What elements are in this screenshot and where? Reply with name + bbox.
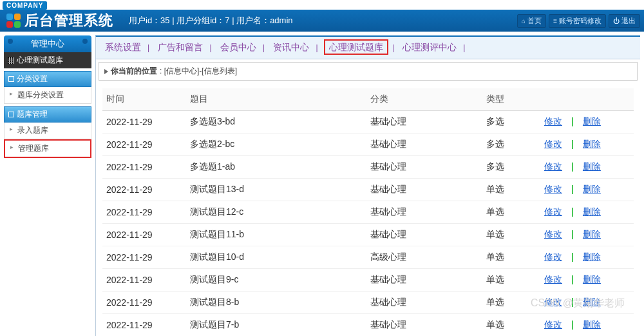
table-row: 2022-11-29多选题2-bc基础心理多选修改|删除: [102, 133, 634, 156]
edit-link[interactable]: 修改: [544, 319, 562, 330]
cell-time: 2022-11-29: [102, 156, 186, 179]
tab-system[interactable]: 系统设置: [102, 42, 144, 52]
cell-title: 测试题目9-c: [186, 269, 366, 292]
table-row: 2022-11-29多选题3-bd基础心理多选修改|删除: [102, 111, 634, 133]
cell-title: 测试题目11-b: [186, 224, 366, 246]
logo-icon: [6, 14, 21, 28]
cell-ops: 修改|删除: [540, 179, 634, 201]
cell-ops: 修改|删除: [540, 314, 634, 337]
edit-link[interactable]: 修改: [544, 297, 562, 307]
edit-link[interactable]: 修改: [544, 274, 562, 284]
square-icon: [8, 76, 14, 82]
key-icon: ≡: [553, 17, 557, 25]
sidebar: 管理中心 心理测试题库 分类设置 题库分类设置 题库管理 录入题库 管理题库: [0, 32, 95, 336]
edit-link[interactable]: 修改: [544, 206, 562, 217]
cell-time: 2022-11-29: [102, 292, 186, 314]
cell-category: 基础心理: [366, 292, 482, 314]
cell-category: 基础心理: [366, 269, 482, 292]
cell-type: 多选: [482, 156, 540, 179]
tab-test-bank[interactable]: 心理测试题库: [324, 39, 388, 55]
cell-time: 2022-11-29: [102, 201, 186, 224]
delete-link[interactable]: 删除: [583, 319, 601, 330]
cell-category: 基础心理: [366, 156, 482, 179]
delete-link[interactable]: 删除: [583, 229, 601, 239]
edit-link[interactable]: 修改: [544, 184, 562, 194]
password-label: 账号密码修改: [559, 16, 601, 26]
cell-time: 2022-11-29: [102, 111, 186, 133]
delete-link[interactable]: 删除: [583, 139, 601, 149]
cell-title: 多选题2-bc: [186, 133, 366, 156]
sidebar-sub-label: 心理测试题库: [17, 55, 63, 66]
password-button[interactable]: ≡账号密码修改: [549, 14, 606, 28]
tab-news[interactable]: 资讯中心: [270, 42, 312, 52]
user-info: 用户id：35 | 用户分组id：7 | 用户名：admin: [129, 15, 517, 26]
cell-title: 多选题3-bd: [186, 111, 366, 133]
delete-link[interactable]: 删除: [583, 297, 601, 307]
cell-ops: 修改|删除: [540, 224, 634, 246]
section-label: 分类设置: [17, 74, 48, 84]
sidebar-subheader: 心理测试题库: [4, 52, 91, 68]
cell-ops: 修改|删除: [540, 111, 634, 133]
cell-ops: 修改|删除: [540, 246, 634, 269]
table-row: 2022-11-29测试题目9-c基础心理单选修改|删除: [102, 269, 634, 292]
edit-link[interactable]: 修改: [544, 139, 562, 149]
table-row: 2022-11-29测试题目12-c基础心理单选修改|删除: [102, 201, 634, 224]
delete-link[interactable]: 删除: [583, 116, 601, 126]
cell-time: 2022-11-29: [102, 179, 186, 201]
square-icon: [8, 112, 14, 117]
cell-time: 2022-11-29: [102, 133, 186, 156]
cell-type: 单选: [482, 314, 540, 337]
delete-link[interactable]: 删除: [583, 161, 601, 172]
cell-category: 基础心理: [366, 111, 482, 133]
edit-link[interactable]: 修改: [544, 252, 562, 262]
home-button[interactable]: ⌂首页: [517, 14, 546, 28]
pipe-icon: |: [571, 319, 574, 330]
sidebar-item-input-bank[interactable]: 录入题库: [4, 123, 91, 139]
logout-button[interactable]: ⏻退出: [609, 14, 640, 28]
sidebar-item-category-setting[interactable]: 题库分类设置: [4, 87, 91, 104]
cell-type: 单选: [482, 269, 540, 292]
delete-link[interactable]: 删除: [583, 184, 601, 194]
cell-type: 单选: [482, 292, 540, 314]
cell-category: 基础心理: [366, 224, 482, 246]
sidebar-item-manage-bank[interactable]: 管理题库: [4, 139, 91, 158]
edit-link[interactable]: 修改: [544, 161, 562, 172]
pipe-icon: |: [571, 116, 574, 126]
tab-ads[interactable]: 广告和留言: [155, 42, 205, 52]
col-title: 题目: [186, 88, 366, 111]
sidebar-section-category[interactable]: 分类设置: [4, 71, 91, 87]
logout-icon: ⏻: [613, 17, 620, 25]
edit-link[interactable]: 修改: [544, 116, 562, 126]
tab-evaluation[interactable]: 心理测评中心: [400, 42, 459, 52]
pipe-icon: |: [571, 252, 574, 262]
cell-type: 多选: [482, 133, 540, 156]
breadcrumb-label: 你当前的位置: [111, 66, 157, 77]
cell-title: 测试题目12-c: [186, 201, 366, 224]
company-badge: COMPANY: [3, 1, 47, 10]
cell-ops: 修改|删除: [540, 133, 634, 156]
table-row: 2022-11-29多选题1-ab基础心理多选修改|删除: [102, 156, 634, 179]
edit-link[interactable]: 修改: [544, 229, 562, 239]
cell-ops: 修改|删除: [540, 156, 634, 179]
cell-time: 2022-11-29: [102, 246, 186, 269]
delete-link[interactable]: 删除: [583, 206, 601, 217]
col-type: 类型: [482, 88, 540, 111]
delete-link[interactable]: 删除: [583, 274, 601, 284]
pipe-icon: |: [571, 297, 574, 307]
breadcrumb-path: : [信息中心]-[信息列表]: [160, 66, 237, 77]
triangle-icon: [104, 69, 108, 74]
tab-member[interactable]: 会员中心: [218, 42, 259, 52]
col-category: 分类: [366, 88, 482, 111]
cell-category: 基础心理: [366, 179, 482, 201]
cell-title: 测试题目7-b: [186, 314, 366, 337]
home-icon: ⌂: [522, 17, 526, 25]
cell-title: 测试题目10-d: [186, 246, 366, 269]
cell-type: 单选: [482, 201, 540, 224]
col-ops: [540, 88, 634, 111]
delete-link[interactable]: 删除: [583, 252, 601, 262]
tab-bar: 系统设置| 广告和留言| 会员中心| 资讯中心| 心理测试题库| 心理测评中心|: [96, 37, 640, 59]
breadcrumb: 你当前的位置 : [信息中心]-[信息列表]: [99, 62, 638, 81]
sidebar-section-bank[interactable]: 题库管理: [4, 106, 91, 123]
cell-time: 2022-11-29: [102, 269, 186, 292]
cell-ops: 修改|删除: [540, 292, 634, 314]
